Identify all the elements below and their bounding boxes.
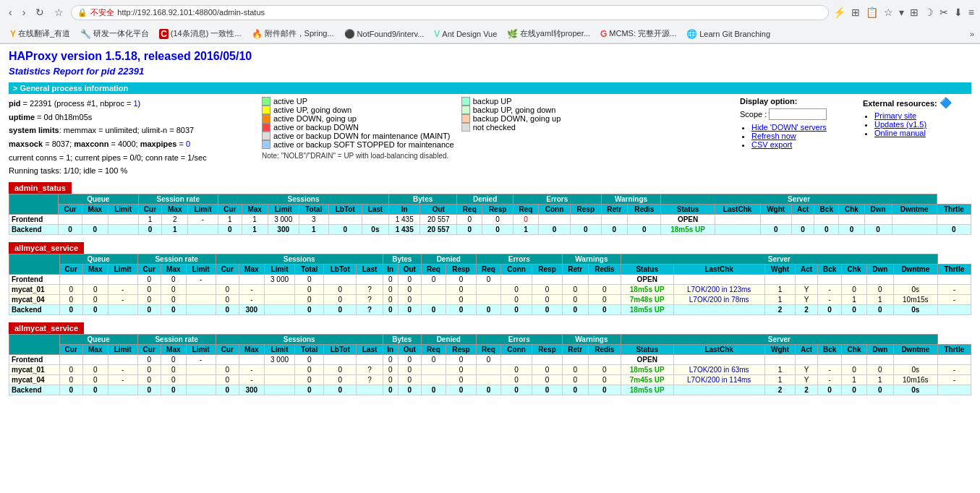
browser-chrome: ‹ › ↻ ☆ 🔒 不安全 http://192.168.92.101:4880…	[0, 0, 980, 44]
hide-down-link[interactable]: Hide 'DOWN' servers	[751, 123, 827, 132]
td-dwn: 0	[864, 225, 892, 235]
legend-active-down: active or backup DOWN	[262, 123, 454, 132]
bookmark-git[interactable]: 🌐 Learn Git Branching	[682, 27, 775, 40]
legend-active-up: active UP	[262, 97, 454, 106]
s2-mycat04-row: mycat_04 00- 00 0-00? 00 0 00 00 7m45s U…	[9, 375, 971, 385]
bookmark-antd[interactable]: V Ant Design Vue	[430, 27, 501, 40]
updates-link[interactable]: Updates (v1.5)	[874, 120, 926, 129]
external-icon: 🔷	[939, 97, 952, 108]
td-s-last	[362, 215, 388, 225]
bookmark-icon-platform: 🔧	[80, 29, 91, 39]
settings-icon: ✂	[939, 7, 948, 18]
primary-site-link[interactable]: Primary site	[874, 111, 916, 120]
back-button[interactable]: ‹	[6, 5, 15, 20]
s1-backend-row: Backend 00 00 030000? 00 00 000 00 18m5s…	[9, 305, 971, 315]
th-e-conn: Conn	[538, 205, 570, 215]
forward-button[interactable]: ›	[20, 5, 29, 20]
td-thrtle: 0	[937, 225, 971, 235]
bookmark-mcms[interactable]: G MCMS: 完整开源...	[596, 27, 681, 40]
legend-right: backup UP backup UP, going down backup D…	[461, 97, 561, 149]
th-s-lim: Limit	[268, 205, 299, 215]
td-b-out: 20 557	[420, 225, 457, 235]
star-button[interactable]: ☆	[51, 5, 67, 20]
row-name-frontend: Frontend	[9, 215, 59, 225]
col-sessrate-header: Session rate	[138, 194, 218, 205]
th-sr-cur: Cur	[138, 205, 162, 215]
refresh-link[interactable]: Refresh now	[751, 132, 796, 140]
security-label: 不安全	[90, 7, 114, 18]
bookmark-youdao[interactable]: Y 在线翻译_有道	[6, 27, 74, 40]
bookmark-mail[interactable]: 🔥 附件邮件，Spring...	[247, 27, 338, 40]
bookmark-yaml[interactable]: 🌿 在线yaml转proper...	[503, 27, 595, 40]
th-dwn: Dwn	[864, 205, 892, 215]
s1-frontend-row: Frontend 00- 3 0000 00 00 0 OPEN	[9, 275, 971, 285]
col-warnings-header: Warnings	[601, 194, 661, 205]
process-maxsock: maxsock = 8037; maxconn = 4000; maxpipes…	[9, 137, 255, 151]
col-sessions-header: Sessions	[218, 194, 388, 205]
allmycat-service2-table: Queue Session rate Sessions Bytes Denied…	[9, 334, 971, 395]
security-icon: 🔒	[77, 8, 88, 17]
col-name-header	[9, 194, 59, 215]
bookmark-label-mcms: MCMS: 完整开源...	[609, 28, 676, 39]
th-sr-lim: Limit	[188, 205, 218, 215]
th-status: Status	[661, 205, 715, 215]
th-s-last: Last	[362, 205, 388, 215]
td-dwntme	[892, 215, 937, 225]
row-name-backend: Backend	[9, 225, 59, 235]
star2-icon: ☆	[884, 7, 893, 18]
legend-active-down-up: active DOWN, going up	[262, 114, 454, 123]
bookmark-more[interactable]: »	[970, 30, 974, 38]
td-sr-lim	[188, 225, 218, 235]
s1-mycat04-row: mycat_04 00- 00 0-00? 00 0 00 00 7m48s U…	[9, 295, 971, 305]
bookmark-platform[interactable]: 🔧 研发一体化平台	[76, 27, 153, 40]
allmycat-service1-table: Queue Session rate Sessions Bytes Denied…	[9, 254, 971, 315]
td-chk	[839, 215, 864, 225]
scope-input[interactable]	[769, 108, 827, 120]
td-e-req: 0	[513, 215, 538, 225]
td-sr-cur: 0	[138, 225, 162, 235]
legend-block: active UP active UP, going down active D…	[262, 97, 733, 178]
td-act	[791, 215, 814, 225]
toolbar-icons: ⚡ ⊞ 📋 ☆ ▾ ⊞ ☽ ✂ ⬇ ≡	[833, 7, 974, 18]
menu-icon: ≡	[968, 7, 974, 18]
td-s-last: 0s	[362, 225, 388, 235]
th-s-cur: Cur	[218, 205, 242, 215]
bookmark-label-yaml: 在线yaml转proper...	[520, 28, 590, 39]
td-d-req: 0	[457, 225, 482, 235]
col-bytes-header: Bytes	[389, 194, 457, 205]
td-chk: 0	[839, 225, 864, 235]
td-s-lim: 300	[268, 225, 299, 235]
external-resources-block: External resources: 🔷 Primary site Updat…	[863, 97, 971, 178]
csv-link[interactable]: CSV export	[751, 140, 792, 149]
td-d-resp: 0	[482, 215, 514, 225]
general-section-header[interactable]: > General process information	[9, 82, 971, 94]
bookmark-label-youdao: 在线翻译_有道	[18, 28, 70, 39]
address-bar: 🔒 不安全 http://192.168.92.101:48800/admin-…	[71, 5, 828, 20]
td-wght	[760, 215, 791, 225]
legend-backup-up-down: backup UP, going down	[461, 106, 561, 114]
td-s-cur: 1	[218, 215, 242, 225]
refresh-button[interactable]: ↻	[33, 5, 47, 20]
process-system-limits: system limits: memmax = unlimited; ulimi…	[9, 124, 255, 137]
td-status: OPEN	[661, 215, 715, 225]
th-s-max: Max	[242, 205, 268, 215]
process-info-block: pid = 22391 (process #1, nbproc = 1) upt…	[9, 97, 255, 178]
online-manual-link[interactable]: Online manual	[874, 129, 926, 137]
td-e-conn: 0	[538, 225, 570, 235]
s2-mycat01-row: mycat_01 00- 00 0-00? 00 0 00 00 18m5s U…	[9, 365, 971, 375]
th-act: Act	[791, 205, 814, 215]
allmycat-service1-title: allmycat_service	[9, 242, 84, 254]
s2-frontend-row: Frontend 00- 3 0000 00 00 0 OPEN	[9, 355, 971, 365]
td-b-in: 1 435	[389, 225, 420, 235]
admin-status-title: admin_status	[9, 182, 72, 194]
page-content: HAProxy version 1.5.18, released 2016/05…	[0, 44, 980, 408]
admin-status-table: Queue Session rate Sessions Bytes Denied…	[9, 194, 971, 235]
td-s-max: 1	[242, 215, 268, 225]
th-e-req: Req	[513, 205, 538, 215]
bookmark-label-git: Learn Git Branching	[699, 30, 770, 38]
col-denied-header: Denied	[457, 194, 514, 205]
td-s-cur: 0	[218, 225, 242, 235]
url-text: http://192.168.92.101:48800/admin-status	[117, 8, 822, 17]
bookmark-csdn[interactable]: C (14条消息) 一致性...	[155, 27, 245, 40]
bookmark-github[interactable]: ⚫ NotFound9/interv...	[340, 27, 429, 40]
